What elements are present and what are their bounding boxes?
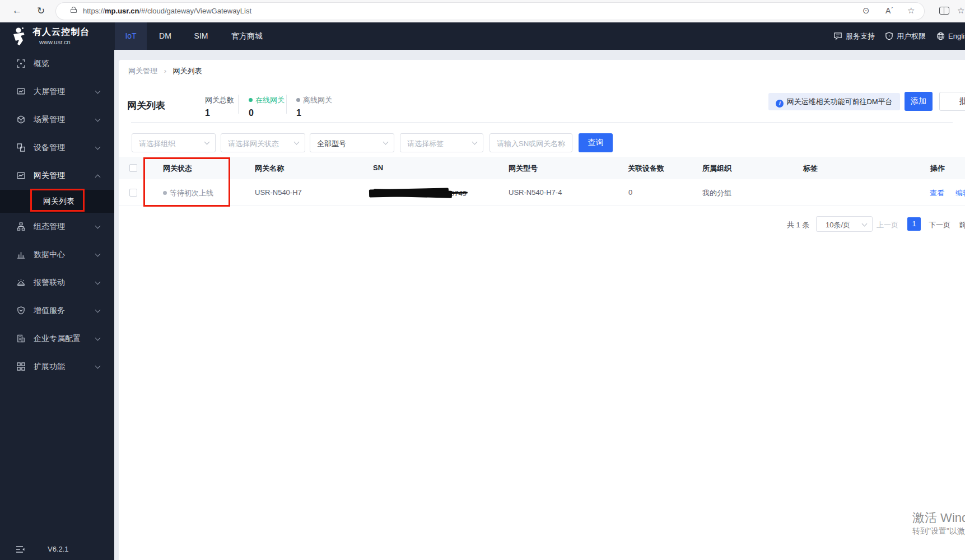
- next-page-button[interactable]: 下一页: [929, 220, 950, 230]
- version-label: V6.2.1: [48, 545, 69, 553]
- brand-logo[interactable]: 有人云控制台 www.usr.cn: [0, 22, 114, 50]
- favorites-bar-star-icon[interactable]: ☆: [957, 6, 964, 16]
- device-icon: [17, 143, 25, 154]
- sidebar-footer: V6.2.1: [0, 542, 114, 558]
- nav-permission[interactable]: 用户权限: [885, 22, 926, 50]
- online-dot-icon: [249, 98, 253, 102]
- table-row[interactable]: 等待初次上线 USR-N540-H7 USR-N540-H7-4 0 我的分组 …: [119, 179, 965, 206]
- chevron-down-icon: [294, 139, 300, 145]
- chevron-icon: [95, 144, 101, 150]
- filter-select[interactable]: 全部型号: [310, 133, 394, 152]
- sidebar-item[interactable]: 概览: [0, 50, 114, 78]
- page-number-1[interactable]: 1: [907, 217, 921, 231]
- cell-sn-redacted: 0749: [369, 188, 468, 198]
- stat-divider: [238, 95, 239, 114]
- vas-icon: [17, 306, 25, 317]
- column-header: 操作: [930, 164, 945, 174]
- sidebar-item[interactable]: 大屏管理: [0, 78, 114, 106]
- sidebar-item[interactable]: 扩展功能: [0, 353, 114, 381]
- page-title: 网关列表: [127, 99, 165, 112]
- favorite-star-icon[interactable]: ☆: [907, 6, 915, 16]
- row-edit-link[interactable]: 编辑: [955, 188, 965, 198]
- collapse-menu-icon[interactable]: [16, 545, 25, 556]
- filter-select[interactable]: 请选择组织: [132, 133, 216, 152]
- top-navbar: 有人云控制台 www.usr.cn IoTDMSIM官方商城 服务支持 用户权限…: [0, 22, 965, 50]
- main-content: 网关管理 › 网关列表 网关列表 网关总数 1 在线网关 0 离线网关 1 i网…: [119, 60, 965, 560]
- table-header: 网关状态网关名称SN网关型号关联设备数所属组织标签操作: [119, 157, 965, 179]
- nav-language[interactable]: English: [936, 22, 965, 50]
- scene-icon: [17, 115, 25, 126]
- sidebar-subitem[interactable]: 网关列表: [0, 190, 114, 213]
- enterprise-icon: [17, 334, 25, 345]
- alarm-icon: [17, 278, 25, 289]
- location-icon[interactable]: ⊙: [863, 6, 870, 16]
- prev-page-button[interactable]: 上一页: [877, 220, 898, 230]
- status-dot-icon: [163, 191, 167, 195]
- sidebar-item[interactable]: 数据中心: [0, 241, 114, 269]
- extension-icon: [17, 362, 25, 373]
- sidebar-item[interactable]: 组态管理: [0, 213, 114, 241]
- batch-button[interactable]: 批量: [939, 92, 965, 111]
- split-screen-icon[interactable]: [939, 7, 949, 15]
- windows-activation-watermark: 激活 Windows: [912, 510, 965, 526]
- nav-tab-sim[interactable]: SIM: [189, 22, 213, 50]
- globe-icon: [936, 32, 945, 40]
- chevron-icon: [95, 251, 101, 257]
- cell-device-count: 0: [628, 188, 632, 197]
- browser-back-icon[interactable]: ←: [12, 5, 22, 16]
- sidebar-item[interactable]: 报警联动: [0, 269, 114, 297]
- chevron-icon: [95, 279, 101, 285]
- nav-tab-官方商城[interactable]: 官方商城: [225, 22, 269, 50]
- nav-tab-iot[interactable]: IoT: [115, 22, 147, 50]
- dm-platform-notice: i网关运维相关功能可前往DM平台: [768, 93, 900, 110]
- page-size-select[interactable]: 10条/页: [816, 216, 873, 232]
- chevron-down-icon: [204, 139, 210, 145]
- chevron-icon: [95, 116, 101, 122]
- breadcrumb-current: 网关列表: [173, 67, 202, 75]
- cell-gateway-name: USR-N540-H7: [255, 188, 302, 197]
- breadcrumb-parent[interactable]: 网关管理: [128, 67, 157, 75]
- stat-divider: [286, 95, 287, 114]
- chevron-icon: [95, 335, 101, 341]
- column-header: 网关状态: [163, 164, 192, 174]
- screen-icon: [17, 87, 25, 98]
- sidebar-item[interactable]: 增值服务: [0, 297, 114, 325]
- brand-subtitle: www.usr.cn: [39, 39, 71, 45]
- nav-tab-dm[interactable]: DM: [154, 22, 176, 50]
- row-view-link[interactable]: 查看: [930, 188, 944, 198]
- browser-refresh-icon[interactable]: ↻: [37, 5, 45, 17]
- lock-icon[interactable]: [71, 7, 77, 13]
- add-gateway-button[interactable]: 添加: [905, 92, 933, 111]
- breadcrumb-separator-icon: ›: [164, 67, 166, 75]
- read-aloud-icon[interactable]: Aˊ: [885, 6, 893, 15]
- nav-support[interactable]: 服务支持: [833, 22, 875, 50]
- offline-dot-icon: [296, 98, 300, 102]
- select-all-checkbox[interactable]: [129, 164, 137, 172]
- chevron-icon: [95, 363, 101, 369]
- chevron-down-icon: [383, 139, 389, 145]
- filter-select[interactable]: 请选择网关状态: [221, 133, 305, 152]
- column-header: 标签: [803, 164, 818, 174]
- header-divider: [131, 122, 953, 123]
- chevron-icon: [95, 307, 101, 313]
- info-icon: i: [776, 100, 784, 108]
- browser-toolbar: ← ↻ https://mp.usr.cn/#/cloud/gateway/Vi…: [0, 0, 965, 22]
- pagination-total: 共 1 条: [787, 220, 809, 230]
- query-button[interactable]: 查询: [579, 133, 613, 152]
- row-checkbox[interactable]: [129, 189, 137, 197]
- sidebar-item[interactable]: 企业专属配置: [0, 325, 114, 353]
- filter-select[interactable]: 请选择标签: [400, 133, 483, 152]
- sidebar-item[interactable]: 场景管理: [0, 106, 114, 134]
- chevron-icon: [95, 175, 101, 180]
- shield-icon: [885, 32, 893, 40]
- chevron-down-icon: [862, 221, 868, 227]
- stat-total: 网关总数 1: [205, 95, 234, 118]
- sidebar-item[interactable]: 设备管理: [0, 134, 114, 162]
- cell-organization: 我的分组: [702, 188, 731, 198]
- url-text[interactable]: https://mp.usr.cn/#/cloud/gateway/ViewGa…: [83, 7, 251, 15]
- overview-icon: [17, 59, 25, 70]
- column-header: 网关名称: [255, 164, 284, 174]
- sidebar-item[interactable]: 网关管理: [0, 162, 114, 190]
- sn-search-input[interactable]: 请输入SN或网关名称: [490, 133, 572, 152]
- breadcrumb: 网关管理 › 网关列表: [128, 66, 202, 76]
